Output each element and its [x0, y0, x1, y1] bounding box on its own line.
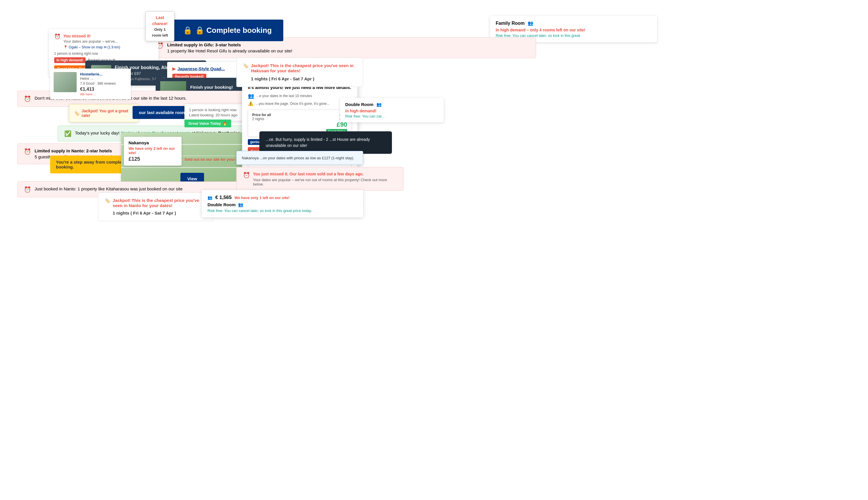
- bottom-only-one: We have only 1 left on our site!: [235, 195, 290, 200]
- last-chance-line2: chance!: [150, 21, 170, 27]
- hostel-name1: Hostellerie...: [80, 72, 127, 76]
- jackpot-great-rate-text: Jackpot! You got a great rate!: [81, 109, 133, 118]
- check-icon: ✅: [64, 130, 71, 137]
- bottom-room-type: Double Room 👥: [207, 202, 357, 207]
- just-missed-body: Your dates are popular – we've run out o…: [253, 178, 397, 186]
- bottom-hotel-card: 👥 € 1,565 We have only 1 left on our sit…: [202, 190, 363, 217]
- alarm-icon-6: ⏰: [243, 172, 250, 179]
- complete-booking-button[interactable]: 🔒 🔒 Complete booking: [171, 20, 283, 41]
- view-btn-label: View: [187, 176, 197, 181]
- last-chance-line3: Only 1: [150, 27, 170, 33]
- person-looking-small: 1 person is looking right now: [54, 52, 153, 56]
- nakanoya-name: Nakanoya: [128, 140, 149, 145]
- complete-booking-label: 🔒 Complete booking: [195, 26, 272, 35]
- limited-nanto-title: Limited supply in Nanto: 2-star hotels: [35, 148, 112, 153]
- nanto-jackpot-nights: 1 nights ( Fri 6 Apr - Sat 7 Apr ): [113, 211, 176, 215]
- last-chance-badge: Last chance! Only 1 room left: [146, 12, 174, 41]
- hostel-listing-card: Hostellerie... Hetre ... 7.9 Good · 388 …: [50, 69, 131, 99]
- finish2-title: Finish your booking!: [190, 85, 243, 90]
- last-chance-line1: Last: [150, 15, 170, 21]
- warning-icon-modal: ⚠️: [248, 101, 253, 106]
- nanto-jackpot-card: 🏷️ Jackpot! This is the cheapest price y…: [98, 192, 213, 221]
- family-room-title: Family Room 👥: [496, 21, 651, 26]
- complete-booking-banner: 🔒 🔒 Complete booking: [171, 20, 283, 41]
- alarm-icon-3: ⏰: [24, 95, 31, 102]
- alarm-icon-2: ⏰: [54, 33, 60, 40]
- hakusan-jackpot-nights: 1 nights ( Fri 6 Apr - Sat 7 Apr ): [251, 76, 314, 81]
- jackpot-great-rate-card: 🏷️ Jackpot! You got a great rate!: [69, 104, 138, 122]
- people-icon-modal: 👥: [248, 93, 254, 99]
- nanto-jackpot-title: Jackpot! This is the cheapest price you'…: [113, 198, 199, 208]
- hostel-rating: 7.9 Good · 388 reviews: [80, 81, 127, 86]
- hostel-price: €1,413: [80, 87, 127, 92]
- japanese-room-name: Japanese-Style Quad...: [178, 66, 225, 71]
- almost-sub1: ...e your dates in the last 10 minutes: [257, 94, 312, 98]
- alarm-icon-5: ⏰: [24, 186, 31, 193]
- hakusan-jackpot-card: 🏷️ Jackpot! This is the cheapest price y…: [236, 58, 363, 87]
- nakanoya-bottom-card: Nakanoya ...on your dates with prices as…: [236, 151, 363, 165]
- great-value-label: Great Value Today: [189, 121, 221, 126]
- family-room-risk: Risk free: You can cancel later, so lock…: [496, 33, 651, 38]
- people-icon-bottom: 👥: [207, 195, 212, 200]
- hostel-img: [54, 72, 77, 92]
- double-room-risk: Risk free: You can car...: [345, 114, 439, 118]
- you-missed-body: Your dates are popular – we've...: [64, 39, 120, 44]
- in-high-demand-badge: In high demand!: [54, 57, 86, 63]
- you-missed-title: You missed it!: [64, 34, 91, 38]
- you-just-missed-alert: ⏰ You just missed it. Our last room sold…: [236, 167, 404, 191]
- hakusan-jackpot-title: Jackpot! This is the cheapest price you'…: [251, 63, 353, 73]
- great-value-today-bar: Great Value Today 🔥: [184, 120, 231, 127]
- last-rooms-label: our last available rooms ›: [139, 110, 191, 115]
- nakanoya-only-left: We have only 2 left on our site!: [128, 146, 177, 155]
- tag-icon: 🏷️: [74, 111, 80, 116]
- bottom-risk-free: Risk free: You can cancel later, so lock…: [207, 208, 357, 213]
- alarm-icon-4: ⏰: [24, 148, 31, 155]
- guest-icons: 👥: [528, 21, 533, 26]
- double-room-title: Double Room 👥: [345, 102, 439, 107]
- nakanoya-bubble: Nakanoya We have only 2 left on our site…: [124, 137, 182, 166]
- double-room-card: Double Room 👥 In high demand! Risk free:…: [340, 98, 444, 122]
- dark-supply-card: ...ce. But hurry, supply is limited - 2 …: [259, 131, 392, 154]
- bottom-price-euro: € 1,565: [215, 195, 232, 201]
- hostel-name2: Hetre ...: [80, 76, 127, 81]
- tag-icon-hakusan: 🏷️: [243, 63, 249, 69]
- you-missed-location: 📍 Ogaki – Show on map ✉ (1.9 km): [64, 45, 120, 49]
- arrow-right-icon: ▶: [172, 66, 176, 71]
- hostel-we-have: We have ...: [80, 92, 127, 96]
- nakanoya-bottom-text: Nakanoya ...on your dates with prices as…: [242, 156, 354, 160]
- last-chance-line4: room left: [150, 33, 170, 38]
- lock-icon: 🔒: [183, 26, 192, 35]
- almost-sub2: ...you leave the page. Once it's gone, i…: [256, 102, 329, 106]
- just-missed-title: You just missed it. Our last room sold o…: [253, 172, 364, 176]
- fire-icon-2: 🔥: [223, 121, 227, 126]
- lucky-day-text1: Today's your lucky day!: [75, 130, 121, 135]
- double-room-demand: In high demand!: [345, 109, 439, 113]
- tag-icon-nanto: 🏷️: [105, 198, 110, 203]
- limited-gifu-body: 1 property like Hotel Resol Gifu is alre…: [167, 48, 292, 54]
- dark-supply-text: ...ce. But hurry, supply is limited - 2 …: [266, 137, 370, 148]
- nakanoya-price: £125: [128, 156, 177, 162]
- family-room-demand: In high demand – only 4 rooms left on ou…: [496, 28, 651, 32]
- limited-gifu-title: Limited supply in Gifu: 3-star hotels: [167, 42, 241, 47]
